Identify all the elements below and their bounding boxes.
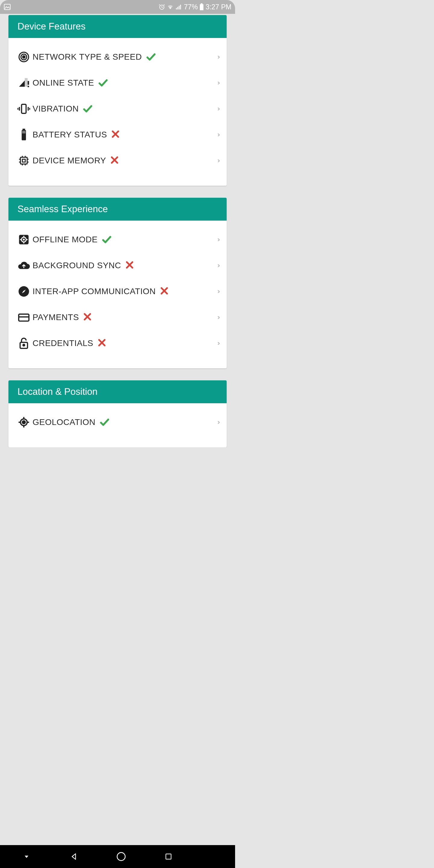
check-icon	[98, 78, 108, 88]
chevron-right-icon: ››	[217, 287, 218, 296]
card-seamless-experience: Seamless Experience OFFLINE MODE ›› BACK…	[8, 198, 227, 368]
compass-icon	[17, 284, 31, 299]
svg-rect-12	[28, 86, 29, 87]
svg-rect-2	[176, 8, 177, 10]
cross-icon	[111, 129, 121, 140]
chevron-right-icon: ››	[217, 157, 218, 164]
chevron-right-icon: ››	[217, 236, 218, 244]
row-label: BACKGROUND SYNC	[31, 261, 121, 270]
row-network-type-speed[interactable]: NETWORK TYPE & SPEED ››	[8, 44, 227, 70]
row-label: DEVICE MEMORY	[31, 156, 106, 165]
vibration-icon	[17, 102, 31, 116]
check-icon	[146, 52, 156, 62]
check-icon	[82, 103, 93, 114]
card-icon	[17, 310, 31, 324]
svg-rect-20	[22, 131, 25, 133]
signal-alert-icon	[17, 76, 31, 90]
alarm-icon	[158, 4, 165, 10]
row-label: NETWORK TYPE & SPEED	[31, 52, 142, 62]
row-vibration[interactable]: VIBRATION ››	[8, 96, 227, 122]
svg-point-37	[23, 239, 25, 241]
chevron-right-icon: ››	[217, 418, 218, 426]
svg-rect-7	[201, 3, 203, 4]
battery-pct-label: 77%	[184, 3, 198, 11]
row-online-state[interactable]: ONLINE STATE ››	[8, 70, 227, 96]
section-title: Seamless Experience	[8, 198, 227, 221]
row-label: PAYMENTS	[31, 313, 79, 322]
svg-rect-5	[180, 5, 181, 10]
svg-point-52	[23, 344, 25, 346]
row-battery-status[interactable]: BATTERY STATUS ››	[8, 122, 227, 148]
chevron-right-icon: ››	[217, 261, 218, 270]
chevron-right-icon: ››	[217, 53, 218, 61]
content-area: Device Features NETWORK TYPE & SPEED ›› …	[0, 14, 235, 447]
check-icon	[101, 234, 112, 245]
svg-rect-15	[18, 108, 19, 110]
svg-rect-4	[179, 6, 180, 9]
wifi-icon	[167, 4, 174, 10]
cross-icon	[83, 312, 93, 323]
check-icon	[99, 417, 110, 428]
cross-icon	[97, 338, 108, 349]
svg-rect-17	[29, 108, 30, 110]
row-credentials[interactable]: CREDENTIALS ››	[8, 330, 227, 356]
svg-rect-11	[28, 81, 29, 85]
cross-icon	[110, 155, 121, 166]
gear-box-icon	[17, 233, 31, 247]
chevron-right-icon: ››	[217, 105, 218, 113]
battery-icon	[17, 128, 31, 142]
row-device-memory[interactable]: DEVICE MEMORY ››	[8, 148, 227, 174]
svg-rect-47	[19, 314, 29, 321]
row-inter-app-communication[interactable]: INTER-APP COMMUNICATION ››	[8, 278, 227, 304]
svg-rect-13	[22, 104, 26, 113]
chevron-right-icon: ››	[217, 131, 218, 138]
svg-rect-16	[28, 107, 29, 111]
section-title: Device Features	[8, 15, 227, 38]
section-title: Location & Position	[8, 380, 227, 403]
row-label: CREDENTIALS	[31, 338, 93, 348]
lock-open-icon	[17, 336, 31, 350]
gallery-icon	[4, 3, 11, 10]
status-bar: 77% 3:27 PM	[0, 0, 235, 14]
battery-icon	[199, 3, 204, 10]
chevron-right-icon: ››	[217, 79, 218, 87]
row-geolocation[interactable]: GEOLOCATION ››	[8, 409, 227, 435]
svg-rect-14	[19, 107, 20, 111]
row-label: BATTERY STATUS	[31, 130, 107, 140]
chevron-right-icon: ››	[217, 339, 218, 347]
card-device-features: Device Features NETWORK TYPE & SPEED ›› …	[8, 15, 227, 186]
cross-icon	[125, 260, 135, 271]
chevron-right-icon: ››	[217, 313, 218, 321]
svg-rect-3	[178, 7, 179, 9]
cell-signal-icon	[176, 4, 182, 10]
broadcast-icon	[17, 50, 31, 64]
clock-label: 3:27 PM	[206, 3, 231, 11]
row-label: ONLINE STATE	[31, 78, 94, 88]
svg-rect-24	[22, 159, 25, 162]
svg-rect-23	[21, 157, 27, 164]
row-offline-mode[interactable]: OFFLINE MODE ››	[8, 227, 227, 253]
row-label: OFFLINE MODE	[31, 235, 98, 244]
cloud-upload-icon	[17, 258, 31, 273]
row-background-sync[interactable]: BACKGROUND SYNC ››	[8, 253, 227, 278]
cross-icon	[159, 286, 170, 297]
svg-rect-19	[23, 129, 25, 130]
row-label: VIBRATION	[31, 104, 79, 114]
svg-point-8	[23, 56, 25, 58]
row-payments[interactable]: PAYMENTS ››	[8, 304, 227, 330]
svg-rect-6	[200, 4, 204, 10]
card-location-position: Location & Position GEOLOCATION ››	[8, 380, 227, 447]
row-label: GEOLOCATION	[31, 417, 96, 427]
chip-icon	[17, 154, 31, 167]
crosshair-icon	[17, 415, 31, 429]
svg-point-56	[22, 421, 25, 424]
row-label: INTER-APP COMMUNICATION	[31, 287, 156, 296]
